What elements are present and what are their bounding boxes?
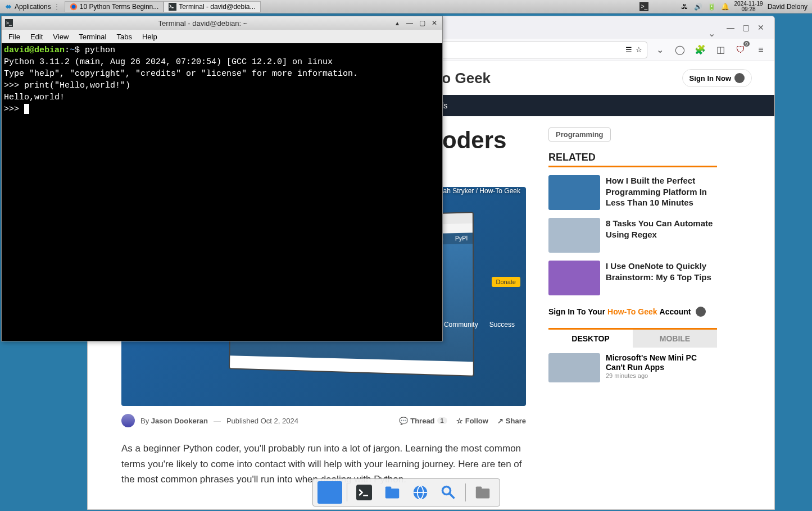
- logo-post: o Geek: [442, 70, 491, 87]
- account-icon[interactable]: ◯: [672, 42, 688, 58]
- menu-file[interactable]: File: [4, 31, 25, 42]
- tab-mobile[interactable]: MOBILE: [633, 330, 717, 348]
- close-icon[interactable]: ✕: [757, 23, 764, 32]
- article-meta: By Jason Dookeran — Published Oct 2, 202…: [121, 406, 526, 435]
- taskbar-item-terminal[interactable]: Terminal - david@debia...: [164, 1, 260, 12]
- notification-icon[interactable]: 🔔: [720, 2, 729, 11]
- applications-menu[interactable]: Applications ⋮: [0, 3, 65, 11]
- ublock-icon[interactable]: 🛡9: [733, 42, 749, 58]
- window-maximize-icon[interactable]: ▢: [418, 19, 427, 28]
- maximize-icon[interactable]: ▢: [742, 23, 750, 32]
- menu-divider: ⋮: [53, 3, 60, 11]
- news-item[interactable]: Microsoft's New Mini PC Can't Run Apps 2…: [548, 348, 717, 388]
- panel-time: 09:28: [734, 7, 763, 12]
- taskbar-items: 10 Python Terms Beginn... Terminal - dav…: [65, 1, 261, 12]
- svg-point-7: [442, 487, 450, 495]
- repl-input: >>> print("Hello,world!"): [4, 81, 130, 90]
- published-date: Oct 2, 2024: [261, 417, 298, 425]
- author-avatar: [121, 414, 135, 427]
- applications-label: Applications: [15, 3, 51, 11]
- dock-files[interactable]: [380, 481, 405, 504]
- thread-button[interactable]: 💬 Thread 1: [399, 417, 447, 425]
- bookmark-star-icon[interactable]: ☆: [636, 45, 642, 54]
- ublock-badge: 9: [743, 41, 750, 47]
- svg-rect-5: [385, 487, 391, 490]
- firefox-icon: [70, 3, 78, 11]
- menu-help[interactable]: Help: [138, 31, 162, 42]
- related-thumb: [548, 218, 600, 253]
- dock-folder[interactable]: [470, 481, 495, 504]
- svg-rect-4: [385, 489, 399, 499]
- volume-icon[interactable]: 🔊: [693, 2, 702, 11]
- related-title: 8 Tasks You Can Automate Using Regex: [606, 218, 717, 253]
- svg-rect-9: [475, 489, 489, 499]
- article-sidebar: Programming RELATED How I Built the Perf…: [548, 127, 717, 487]
- tray-separator: [653, 2, 662, 11]
- sidebar-icon[interactable]: ◫: [713, 42, 728, 58]
- extensions-icon[interactable]: 🧩: [692, 42, 708, 58]
- side-tabs: DESKTOP MOBILE: [548, 328, 717, 348]
- share-button[interactable]: ↗ Share: [497, 417, 526, 425]
- tab-dropdown-icon[interactable]: ⌄: [702, 28, 721, 39]
- related-item[interactable]: 8 Tasks You Can Automate Using Regex: [548, 218, 717, 253]
- svg-rect-2: [169, 3, 176, 11]
- thread-count: 1: [437, 417, 447, 424]
- window-minimize-icon[interactable]: —: [405, 19, 414, 28]
- menu-tabs[interactable]: Tabs: [112, 31, 136, 42]
- toolbar-icons: ⌄ ◯ 🧩 ◫ 🛡9 ≡: [652, 42, 769, 58]
- svg-rect-10: [475, 487, 482, 490]
- window-close-icon[interactable]: ✕: [430, 19, 439, 28]
- terminal-content[interactable]: david@debian:~$ python Python 3.11.2 (ma…: [2, 43, 442, 341]
- author-name[interactable]: Jason Dookeran: [151, 417, 208, 425]
- panel-right: >_ 🖧 🔊 🔋 🔔 2024-11-19 09:28 David Delony: [639, 1, 812, 12]
- taskbar-item-firefox[interactable]: 10 Python Terms Beginn...: [65, 1, 164, 12]
- svg-line-8: [449, 494, 454, 499]
- laptop-nav-item: PyPI: [455, 235, 468, 242]
- panel-username[interactable]: David Delony: [768, 3, 808, 11]
- published-label: Published: [226, 417, 258, 425]
- pocket-icon[interactable]: ⌄: [652, 42, 668, 58]
- repl-prompt: >>>: [4, 104, 24, 114]
- terminal-titlebar[interactable]: >_ Terminal - david@debian: ~ ▴ — ▢ ✕: [2, 16, 442, 30]
- terminal-window: >_ Terminal - david@debian: ~ ▴ — ▢ ✕ Fi…: [1, 16, 443, 341]
- dock-show-desktop[interactable]: [317, 481, 342, 504]
- related-item[interactable]: I Use OneNote to Quickly Brainstorm: My …: [548, 261, 717, 295]
- minimize-icon[interactable]: —: [727, 23, 734, 32]
- tag-chip[interactable]: Programming: [548, 127, 611, 142]
- news-title: Microsoft's New Mini PC Can't Run Apps: [606, 353, 717, 372]
- signin-account-link[interactable]: Sign In To Your How-To Geek Account: [548, 307, 717, 317]
- menu-icon[interactable]: ≡: [753, 42, 769, 58]
- reader-icon[interactable]: ☰: [625, 45, 632, 54]
- follow-button[interactable]: ☆ Follow: [456, 417, 488, 425]
- menu-terminal[interactable]: Terminal: [74, 31, 111, 42]
- news-time: 29 minutes ago: [606, 372, 717, 379]
- dock-search[interactable]: [436, 481, 461, 504]
- repl-output: Hello,world!: [4, 93, 65, 102]
- user-circle-icon: [696, 307, 706, 317]
- tray-terminal-icon[interactable]: >_: [639, 2, 648, 11]
- menu-view[interactable]: View: [48, 31, 73, 42]
- related-thumb: [548, 261, 600, 295]
- signin-label: Sign In Now: [689, 74, 731, 83]
- related-item[interactable]: How I Built the Perfect Programming Plat…: [548, 175, 717, 210]
- terminal-app-icon: >_: [5, 19, 13, 27]
- window-rollup-icon[interactable]: ▴: [393, 19, 402, 28]
- top-panel: Applications ⋮ 10 Python Terms Beginn...…: [0, 0, 812, 13]
- tab-desktop[interactable]: DESKTOP: [548, 330, 633, 348]
- hero-subnav: Success: [489, 321, 515, 328]
- power-icon[interactable]: 🔋: [707, 2, 716, 11]
- dock-terminal[interactable]: [352, 481, 376, 504]
- signin-button[interactable]: Sign In Now: [682, 69, 752, 87]
- panel-clock[interactable]: 2024-11-19 09:28: [734, 1, 763, 12]
- dock-web[interactable]: [408, 481, 433, 504]
- taskbar-label: 10 Python Terms Beginn...: [80, 3, 159, 11]
- menu-edit[interactable]: Edit: [26, 31, 47, 42]
- terminal-title: Terminal - david@debian: ~: [13, 19, 393, 28]
- prompt-path: ~: [70, 45, 75, 55]
- cursor: [24, 104, 29, 114]
- svg-rect-3: [356, 485, 372, 500]
- prompt-user: david@debian: [4, 45, 65, 55]
- taskbar-label: Terminal - david@debia...: [179, 3, 255, 11]
- network-icon[interactable]: 🖧: [680, 2, 689, 11]
- donate-button: Donate: [492, 277, 520, 287]
